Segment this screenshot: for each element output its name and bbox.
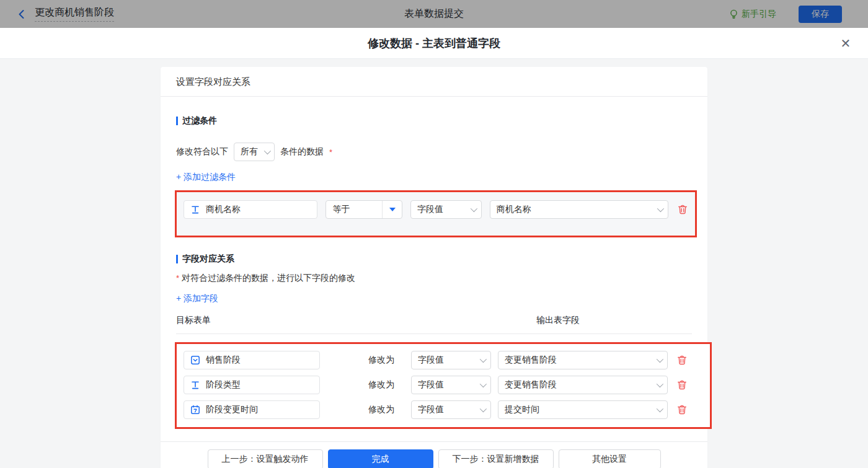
text-field-icon xyxy=(190,205,200,214)
trash-icon xyxy=(676,404,688,415)
other-settings-button[interactable]: 其他设置 xyxy=(559,449,661,468)
mapping-row: 阶段类型 修改为 字段值 变更销售阶段 xyxy=(184,376,703,394)
mapping-rows-highlight-box: 销售阶段 修改为 字段值 变更销售阶段 xyxy=(175,342,712,429)
target-field-input[interactable]: 阶段变更时间 xyxy=(184,400,320,419)
close-icon[interactable]: ✕ xyxy=(838,36,853,51)
card-footer: 上一步：设置触发动作 完成 下一步：设置新增数据 其他设置 xyxy=(161,441,707,468)
filter-section-title: 过滤条件 xyxy=(176,115,692,126)
chevron-down-icon xyxy=(657,381,663,387)
filter-value-type-select[interactable]: 字段值 xyxy=(410,200,482,219)
add-filter-condition-link[interactable]: + 添加过滤条件 xyxy=(176,172,236,183)
operator-caret-button[interactable] xyxy=(382,201,402,218)
condition-prefix: 修改符合以下 xyxy=(176,146,228,157)
chevron-down-icon xyxy=(480,405,487,412)
required-asterisk: * xyxy=(329,148,332,157)
chevron-down-icon xyxy=(471,205,477,212)
filter-operator-select[interactable]: 等于 xyxy=(326,200,402,219)
dialog-body: 设置字段对应关系 过滤条件 修改符合以下 所有 条件的数据 * + 添加过滤条 xyxy=(0,59,868,468)
section-bar xyxy=(176,117,178,125)
prev-step-button[interactable]: 上一步：设置触发动作 xyxy=(208,449,323,468)
filter-row-highlight-box: 商机名称 等于 字段值 商机名称 xyxy=(175,190,697,237)
condition-match-select[interactable]: 所有 xyxy=(234,143,275,161)
chevron-down-icon xyxy=(480,381,487,387)
modify-to-label: 修改为 xyxy=(352,404,411,415)
condition-suffix: 条件的数据 xyxy=(280,146,324,157)
topbar: 表单数据提交 更改商机销售阶段 新手引导 保存 xyxy=(0,0,868,28)
required-asterisk: * xyxy=(176,273,179,283)
select-field-icon xyxy=(190,355,200,365)
field-mapping-card: 设置字段对应关系 过滤条件 修改符合以下 所有 条件的数据 * + 添加过滤条 xyxy=(161,67,707,468)
filter-field-input[interactable]: 商机名称 xyxy=(184,200,317,219)
section-bar xyxy=(176,255,178,263)
value-type-select[interactable]: 字段值 xyxy=(411,376,491,394)
mapping-description: *对符合过滤条件的数据，进行以下字段的修改 xyxy=(176,273,692,284)
target-field-input[interactable]: 销售阶段 xyxy=(184,351,320,369)
delete-mapping-row-button[interactable] xyxy=(676,355,688,366)
condition-line: 修改符合以下 所有 条件的数据 * xyxy=(176,143,692,161)
trash-icon xyxy=(676,355,688,366)
trash-icon xyxy=(676,379,688,391)
target-field-label: 销售阶段 xyxy=(206,355,241,366)
target-field-label: 阶段变更时间 xyxy=(206,404,258,415)
chevron-down-icon xyxy=(657,405,663,412)
modify-to-label: 修改为 xyxy=(352,379,411,391)
chevron-down-icon xyxy=(657,205,664,212)
value-type-select[interactable]: 字段值 xyxy=(411,351,491,369)
dialog-header: 修改数据 - 主表到普通字段 ✕ xyxy=(0,28,868,59)
modify-data-dialog: 修改数据 - 主表到普通字段 ✕ 设置字段对应关系 过滤条件 修改符合以下 所有… xyxy=(0,28,868,468)
filter-value-select[interactable]: 商机名称 xyxy=(490,200,668,219)
mapping-column-headers: 目标表单 输出表字段 xyxy=(176,315,692,334)
col-target-form: 目标表单 xyxy=(176,315,211,326)
mapping-row: 阶段变更时间 修改为 字段值 提交时间 xyxy=(184,400,703,419)
output-field-select[interactable]: 变更销售阶段 xyxy=(498,351,668,369)
col-output-field: 输出表字段 xyxy=(536,315,580,326)
topbar-dim-overlay xyxy=(0,0,868,28)
trash-icon xyxy=(677,204,688,215)
target-field-label: 阶段类型 xyxy=(206,379,241,391)
dialog-title: 修改数据 - 主表到普通字段 xyxy=(368,36,500,51)
caret-down-icon xyxy=(389,208,396,211)
mapping-row: 销售阶段 修改为 字段值 变更销售阶段 xyxy=(184,351,703,369)
chevron-down-icon xyxy=(264,148,271,154)
chevron-down-icon xyxy=(657,356,663,363)
delete-filter-row-button[interactable] xyxy=(677,204,688,215)
filter-row: 商机名称 等于 字段值 商机名称 xyxy=(184,200,688,219)
output-field-select[interactable]: 变更销售阶段 xyxy=(498,376,668,394)
done-button[interactable]: 完成 xyxy=(328,449,433,468)
next-step-button[interactable]: 下一步：设置新增数据 xyxy=(438,449,554,468)
value-type-select[interactable]: 字段值 xyxy=(411,400,491,419)
text-field-icon xyxy=(190,380,200,390)
date-field-icon xyxy=(190,405,200,415)
modify-to-label: 修改为 xyxy=(352,355,411,366)
target-field-input[interactable]: 阶段类型 xyxy=(184,376,320,394)
output-field-select[interactable]: 提交时间 xyxy=(498,400,668,419)
card-title: 设置字段对应关系 xyxy=(161,67,707,97)
mapping-section-title: 字段对应关系 xyxy=(176,254,692,265)
chevron-down-icon xyxy=(480,356,487,363)
delete-mapping-row-button[interactable] xyxy=(676,404,688,415)
filter-field-label: 商机名称 xyxy=(206,204,241,215)
delete-mapping-row-button[interactable] xyxy=(676,379,688,391)
add-field-link[interactable]: + 添加字段 xyxy=(176,293,218,304)
